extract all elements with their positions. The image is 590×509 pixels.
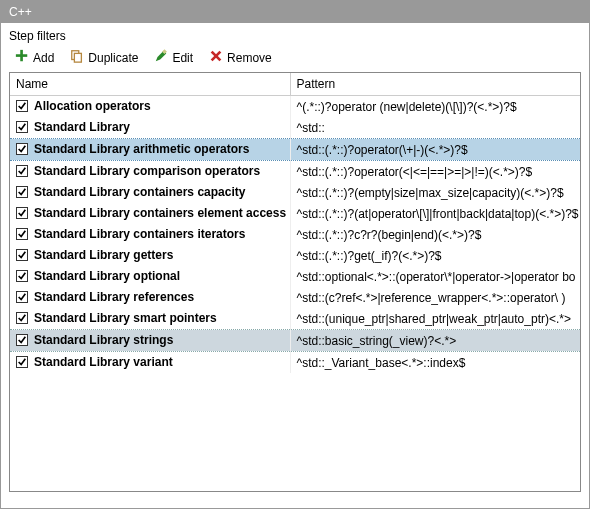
window-titlebar: C++ xyxy=(1,1,589,23)
checkbox-icon[interactable] xyxy=(16,186,28,198)
checkbox-icon[interactable] xyxy=(16,228,28,240)
column-header-pattern[interactable]: Pattern xyxy=(290,73,580,96)
filters-table: Name Pattern Allocation operators^(.*::)… xyxy=(10,73,580,373)
table-row[interactable]: Standard Library comparison operators^st… xyxy=(10,161,580,183)
checkbox-icon[interactable] xyxy=(16,312,28,324)
duplicate-label: Duplicate xyxy=(88,51,138,65)
checkbox-icon[interactable] xyxy=(16,356,28,368)
row-name: Standard Library containers iterators xyxy=(34,227,245,241)
row-pattern: ^std:: xyxy=(290,117,580,139)
row-name: Standard Library references xyxy=(34,290,194,304)
table-row[interactable]: Standard Library containers capacity^std… xyxy=(10,182,580,203)
row-pattern: ^std::(.*::)?operator(<|<=|==|>=|>|!=)(<… xyxy=(290,161,580,183)
row-name: Standard Library strings xyxy=(34,333,173,347)
duplicate-icon xyxy=(70,49,84,66)
row-name: Standard Library variant xyxy=(34,355,173,369)
checkbox-icon[interactable] xyxy=(16,270,28,282)
checkbox-icon[interactable] xyxy=(16,165,28,177)
row-name: Allocation operators xyxy=(34,99,151,113)
table-row[interactable]: Allocation operators^(.*::)?operator (ne… xyxy=(10,96,580,118)
remove-label: Remove xyxy=(227,51,272,65)
window-title: C++ xyxy=(9,5,32,19)
checkbox-icon[interactable] xyxy=(16,121,28,133)
table-row[interactable]: Standard Library containers element acce… xyxy=(10,203,580,224)
checkbox-icon[interactable] xyxy=(16,143,28,155)
pencil-icon xyxy=(154,49,168,66)
row-name: Standard Library arithmetic operators xyxy=(34,142,249,156)
duplicate-button[interactable]: Duplicate xyxy=(70,49,138,66)
filters-table-container: Name Pattern Allocation operators^(.*::)… xyxy=(9,72,581,492)
checkbox-icon[interactable] xyxy=(16,100,28,112)
section-label: Step filters xyxy=(1,23,589,45)
row-name: Standard Library smart pointers xyxy=(34,311,217,325)
column-header-name[interactable]: Name xyxy=(10,73,290,96)
table-row[interactable]: Standard Library arithmetic operators^st… xyxy=(10,139,580,161)
row-pattern: ^std::(.*::)?get(_if)?(<.*>)?$ xyxy=(290,245,580,266)
add-button[interactable]: Add xyxy=(15,49,54,66)
svg-rect-1 xyxy=(16,54,27,57)
row-name: Standard Library containers capacity xyxy=(34,185,245,199)
row-name: Standard Library optional xyxy=(34,269,180,283)
checkbox-icon[interactable] xyxy=(16,249,28,261)
row-pattern: ^std::(c?ref<.*>|reference_wrapper<.*>::… xyxy=(290,287,580,308)
plus-icon xyxy=(15,49,29,66)
edit-label: Edit xyxy=(172,51,193,65)
row-pattern: ^std::(.*::)?(empty|size|max_size|capaci… xyxy=(290,182,580,203)
remove-icon xyxy=(209,49,223,66)
table-row[interactable]: Standard Library smart pointers^std::(un… xyxy=(10,308,580,330)
svg-rect-3 xyxy=(75,53,82,62)
row-pattern: ^std::(.*::)?c?r?(begin|end)(<.*>)?$ xyxy=(290,224,580,245)
row-pattern: ^std::basic_string(_view)?<.*> xyxy=(290,330,580,352)
row-pattern: ^std::(.*::)?(at|operator\[\]|front|back… xyxy=(290,203,580,224)
toolbar: Add Duplicate Edit Remove xyxy=(1,45,589,72)
table-row[interactable]: Standard Library containers iterators^st… xyxy=(10,224,580,245)
table-row[interactable]: Standard Library getters^std::(.*::)?get… xyxy=(10,245,580,266)
table-row[interactable]: Standard Library strings^std::basic_stri… xyxy=(10,330,580,352)
row-pattern: ^(.*::)?operator (new|delete)(\[\])?(<.*… xyxy=(290,96,580,118)
row-pattern: ^std::optional<.*>::(operator\*|operator… xyxy=(290,266,580,287)
row-name: Standard Library containers element acce… xyxy=(34,206,286,220)
table-row[interactable]: Standard Library optional^std::optional<… xyxy=(10,266,580,287)
row-name: Standard Library comparison operators xyxy=(34,164,260,178)
checkbox-icon[interactable] xyxy=(16,291,28,303)
checkbox-icon[interactable] xyxy=(16,334,28,346)
row-pattern: ^std::(unique_ptr|shared_ptr|weak_ptr|au… xyxy=(290,308,580,330)
checkbox-icon[interactable] xyxy=(16,207,28,219)
row-name: Standard Library xyxy=(34,120,130,134)
table-row[interactable]: Standard Library^std:: xyxy=(10,117,580,139)
row-pattern: ^std::_Variant_base<.*>::index$ xyxy=(290,352,580,374)
edit-button[interactable]: Edit xyxy=(154,49,193,66)
remove-button[interactable]: Remove xyxy=(209,49,272,66)
row-name: Standard Library getters xyxy=(34,248,173,262)
table-row[interactable]: Standard Library variant^std::_Variant_b… xyxy=(10,352,580,374)
table-row[interactable]: Standard Library references^std::(c?ref<… xyxy=(10,287,580,308)
row-pattern: ^std::(.*::)?operator(\+|-)(<.*>)?$ xyxy=(290,139,580,161)
add-label: Add xyxy=(33,51,54,65)
